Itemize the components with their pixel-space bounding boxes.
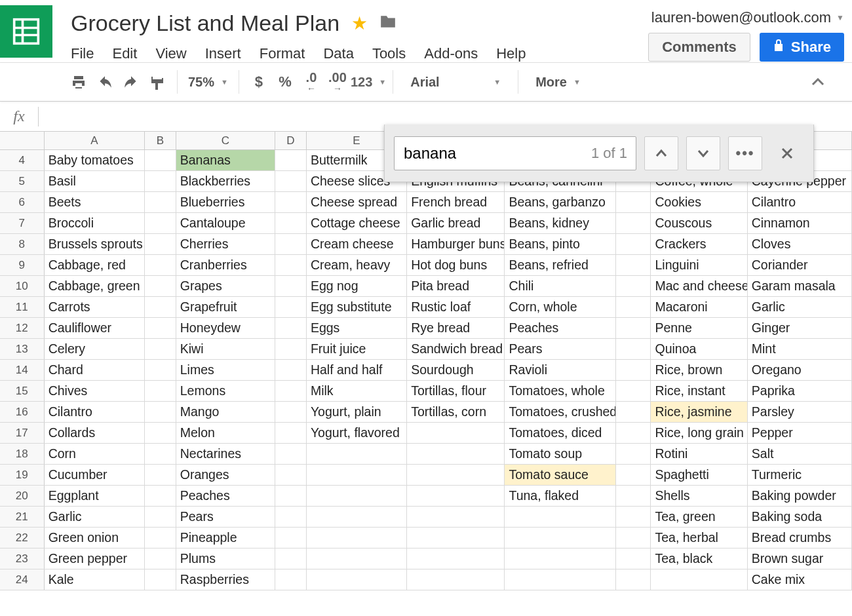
menu-addons[interactable]: Add-ons bbox=[424, 45, 478, 62]
cell-A15[interactable]: Chives bbox=[45, 381, 145, 401]
row-header[interactable]: 4 bbox=[0, 150, 45, 170]
cell-F22[interactable] bbox=[407, 528, 505, 548]
cell-B5[interactable] bbox=[145, 171, 176, 191]
cell-E6[interactable]: Cheese spread bbox=[307, 192, 407, 212]
select-all-corner[interactable] bbox=[0, 132, 45, 149]
cell-H6[interactable] bbox=[616, 192, 651, 212]
cell-E21[interactable] bbox=[307, 507, 407, 527]
row-header[interactable]: 20 bbox=[0, 486, 45, 506]
zoom-dropdown[interactable]: 75% ▼ bbox=[184, 69, 232, 95]
number-format-dropdown[interactable]: 123 ▼ bbox=[351, 69, 386, 95]
cell-H18[interactable] bbox=[616, 444, 651, 464]
cell-H22[interactable] bbox=[616, 528, 651, 548]
cell-E14[interactable]: Half and half bbox=[307, 360, 407, 380]
cell-G7[interactable]: Beans, kidney bbox=[505, 213, 615, 233]
cell-H11[interactable] bbox=[616, 297, 651, 317]
cell-B21[interactable] bbox=[145, 507, 176, 527]
cell-F15[interactable]: Tortillas, flour bbox=[407, 381, 505, 401]
cell-D5[interactable] bbox=[275, 171, 307, 191]
cell-G23[interactable] bbox=[505, 549, 615, 569]
cell-C14[interactable]: Limes bbox=[176, 360, 275, 380]
cell-C24[interactable]: Raspberries bbox=[176, 569, 275, 590]
cell-C15[interactable]: Lemons bbox=[176, 381, 275, 401]
row-header[interactable]: 23 bbox=[0, 549, 45, 569]
cell-A21[interactable]: Garlic bbox=[45, 507, 145, 527]
cell-A17[interactable]: Collards bbox=[45, 423, 145, 443]
cell-I10[interactable]: Mac and cheese bbox=[651, 276, 747, 296]
cell-D23[interactable] bbox=[275, 549, 307, 569]
cell-I11[interactable]: Macaroni bbox=[651, 297, 747, 317]
cell-F8[interactable]: Hamburger buns bbox=[407, 234, 505, 254]
menu-view[interactable]: View bbox=[155, 45, 186, 62]
cell-B13[interactable] bbox=[145, 339, 176, 359]
cell-C17[interactable]: Melon bbox=[176, 423, 275, 443]
cell-J7[interactable]: Cinnamon bbox=[748, 213, 852, 233]
cell-A6[interactable]: Beets bbox=[45, 192, 145, 212]
cell-I23[interactable]: Tea, black bbox=[651, 549, 747, 569]
cell-B23[interactable] bbox=[145, 549, 176, 569]
cell-H21[interactable] bbox=[616, 507, 651, 527]
cell-F24[interactable] bbox=[407, 569, 505, 590]
cell-B17[interactable] bbox=[145, 423, 176, 443]
cell-D10[interactable] bbox=[275, 276, 307, 296]
cell-G21[interactable] bbox=[505, 507, 615, 527]
cell-F17[interactable] bbox=[407, 423, 505, 443]
cell-F19[interactable] bbox=[407, 465, 505, 485]
redo-button[interactable] bbox=[118, 69, 144, 95]
cell-B10[interactable] bbox=[145, 276, 176, 296]
cell-D15[interactable] bbox=[275, 381, 307, 401]
cell-E23[interactable] bbox=[307, 549, 407, 569]
cell-J10[interactable]: Garam masala bbox=[748, 276, 852, 296]
account-menu[interactable]: lauren-bowen@outlook.com ▼ bbox=[651, 9, 844, 26]
row-header[interactable]: 9 bbox=[0, 255, 45, 275]
cell-A11[interactable]: Carrots bbox=[45, 297, 145, 317]
cell-G6[interactable]: Beans, garbanzo bbox=[505, 192, 615, 212]
cell-G12[interactable]: Peaches bbox=[505, 318, 615, 338]
cell-D12[interactable] bbox=[275, 318, 307, 338]
cell-J13[interactable]: Mint bbox=[748, 339, 852, 359]
cell-A18[interactable]: Corn bbox=[45, 444, 145, 464]
star-icon[interactable]: ★ bbox=[351, 12, 368, 34]
cell-D6[interactable] bbox=[275, 192, 307, 212]
cell-B7[interactable] bbox=[145, 213, 176, 233]
cell-F13[interactable]: Sandwich bread bbox=[407, 339, 505, 359]
cell-I15[interactable]: Rice, instant bbox=[651, 381, 747, 401]
cell-E17[interactable]: Yogurt, flavored bbox=[307, 423, 407, 443]
cell-E13[interactable]: Fruit juice bbox=[307, 339, 407, 359]
cell-E10[interactable]: Egg nog bbox=[307, 276, 407, 296]
row-header[interactable]: 10 bbox=[0, 276, 45, 296]
cell-A5[interactable]: Basil bbox=[45, 171, 145, 191]
format-currency-button[interactable]: $ bbox=[246, 69, 272, 95]
cell-G11[interactable]: Corn, whole bbox=[505, 297, 615, 317]
cell-D19[interactable] bbox=[275, 465, 307, 485]
cell-C18[interactable]: Nectarines bbox=[176, 444, 275, 464]
row-header[interactable]: 12 bbox=[0, 318, 45, 338]
cell-H10[interactable] bbox=[616, 276, 651, 296]
cell-J21[interactable]: Baking soda bbox=[748, 507, 852, 527]
cell-H13[interactable] bbox=[616, 339, 651, 359]
cell-A12[interactable]: Cauliflower bbox=[45, 318, 145, 338]
cell-J9[interactable]: Coriander bbox=[748, 255, 852, 275]
row-header[interactable]: 15 bbox=[0, 381, 45, 401]
menu-data[interactable]: Data bbox=[323, 45, 353, 62]
cell-B16[interactable] bbox=[145, 402, 176, 422]
row-header[interactable]: 6 bbox=[0, 192, 45, 212]
row-header[interactable]: 24 bbox=[0, 569, 45, 590]
menu-edit[interactable]: Edit bbox=[112, 45, 137, 62]
cell-D8[interactable] bbox=[275, 234, 307, 254]
cell-C23[interactable]: Plums bbox=[176, 549, 275, 569]
collapse-toolbar-button[interactable] bbox=[805, 69, 831, 95]
cell-B14[interactable] bbox=[145, 360, 176, 380]
row-header[interactable]: 14 bbox=[0, 360, 45, 380]
cell-J16[interactable]: Parsley bbox=[748, 402, 852, 422]
cell-C10[interactable]: Grapes bbox=[176, 276, 275, 296]
cell-B6[interactable] bbox=[145, 192, 176, 212]
cell-E7[interactable]: Cottage cheese bbox=[307, 213, 407, 233]
cell-H12[interactable] bbox=[616, 318, 651, 338]
cell-D24[interactable] bbox=[275, 569, 307, 590]
cell-C16[interactable]: Mango bbox=[176, 402, 275, 422]
cell-G13[interactable]: Pears bbox=[505, 339, 615, 359]
row-header[interactable]: 19 bbox=[0, 465, 45, 485]
cell-F20[interactable] bbox=[407, 486, 505, 506]
cell-D9[interactable] bbox=[275, 255, 307, 275]
